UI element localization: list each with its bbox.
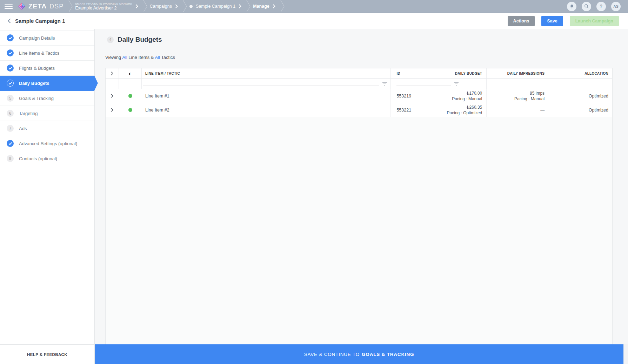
check-icon — [7, 140, 14, 147]
line-item-column-header[interactable]: LINE ITEM / TACTIC — [142, 68, 391, 78]
logo-dsp-text: DSP — [49, 3, 64, 10]
chevron-right-icon — [111, 94, 113, 98]
header-buttons: Actions Save Launch Campaign — [508, 16, 628, 26]
table-filter-row — [106, 79, 612, 89]
allocation-column-header[interactable]: ALLOCATION — [549, 68, 612, 78]
help-feedback-button[interactable]: HELP & FEEDBACK — [0, 344, 95, 364]
chevron-right-icon — [273, 4, 275, 8]
daily-impressions-cell[interactable]: 85 imps Pacing : Manual — [487, 89, 549, 103]
allocation-cell[interactable]: Optimized — [549, 103, 612, 117]
breadcrumb-separator-icon — [68, 0, 73, 13]
daily-budget-column-header[interactable]: DAILY BUDGET — [423, 68, 487, 78]
breadcrumb-separator-icon — [246, 0, 251, 13]
breadcrumb-campaigns[interactable]: Campaigns — [150, 4, 178, 9]
breadcrumb-campaign[interactable]: Sample Campaign 1 — [189, 4, 241, 9]
expand-row-button[interactable] — [106, 89, 119, 103]
breadcrumb-project-label: SMART PROJECTS (VARIABLE MARGIN) — [75, 2, 132, 6]
section-step-number: 4 — [107, 36, 114, 43]
id-column-header[interactable]: ID — [391, 68, 423, 78]
line-item-name[interactable]: Line Item #2 — [145, 108, 169, 113]
topbar-actions: ? AS — [567, 2, 628, 11]
logo-zeta-text: ZETA — [28, 2, 47, 10]
page-header: Sample Campaign 1 Actions Save Launch Ca… — [0, 13, 628, 29]
user-avatar[interactable]: AS — [611, 2, 621, 11]
sidebar-item-contacts[interactable]: 9 Contacts (optional) — [0, 151, 94, 166]
section-title: Daily Budgets — [118, 36, 162, 43]
sidebar-item-advanced-settings[interactable]: Advanced Settings (optional) — [0, 136, 94, 151]
sidebar-item-flights-budgets[interactable]: Flights & Budgets — [0, 61, 94, 76]
zeta-dsp-app: ZETA DSP SMART PROJECTS (VARIABLE MARGIN… — [0, 0, 628, 364]
expand-row-button[interactable] — [106, 103, 119, 117]
all-line-items-link[interactable]: All — [122, 55, 127, 60]
bell-icon — [569, 4, 574, 9]
sidebar-item-goals-tracking[interactable]: 5 Goals & Tracking — [0, 91, 94, 106]
all-tactics-link[interactable]: All — [155, 55, 160, 60]
step-number-badge: 9 — [7, 155, 14, 162]
daily-impressions-column-header[interactable]: DAILY IMPRESSIONS — [487, 68, 549, 78]
main-content: 4 Daily Budgets Viewing All Line Items &… — [95, 29, 628, 344]
sidebar-item-campaign-details[interactable]: Campaign Details — [0, 31, 94, 46]
contrast-circle-icon: ◐ — [128, 71, 132, 76]
daily-budget-value: ₺260.35 — [467, 105, 482, 110]
help-button[interactable]: ? — [596, 2, 606, 11]
back-button[interactable] — [8, 18, 11, 23]
chevron-right-icon — [111, 108, 113, 112]
daily-impressions-value: — — [540, 107, 545, 113]
save-button[interactable]: Save — [541, 16, 563, 26]
scrollbar-gutter[interactable] — [623, 344, 628, 364]
table-row: Line Item #1 553219 ₺170.00 Pacing : Man… — [106, 89, 612, 103]
line-item-id: 553221 — [396, 108, 411, 113]
status-dot — [128, 94, 132, 98]
impressions-pacing: Pacing : Manual — [514, 96, 545, 102]
step-sidebar: Campaign Details Line Items & Tactics Fl… — [0, 29, 95, 344]
sidebar-item-daily-budgets[interactable]: Daily Budgets — [0, 76, 94, 91]
budget-pacing: Pacing : Manual — [452, 96, 482, 102]
breadcrumb-advertiser[interactable]: SMART PROJECTS (VARIABLE MARGIN) Example… — [75, 2, 138, 11]
chevron-right-icon — [135, 4, 138, 8]
status-column-header[interactable]: ◐ — [119, 68, 142, 78]
line-item-name[interactable]: Line Item #1 — [145, 94, 169, 99]
breadcrumb-separator-icon — [280, 0, 285, 13]
filter-icon[interactable] — [382, 82, 387, 86]
search-button[interactable] — [582, 2, 591, 11]
allocation-cell[interactable]: Optimized — [549, 89, 612, 103]
actions-button[interactable]: Actions — [508, 16, 535, 26]
daily-budget-cell[interactable]: ₺260.35 Pacing : Optimized — [423, 103, 487, 117]
check-icon — [7, 80, 14, 87]
sidebar-item-ads[interactable]: 7 Ads — [0, 121, 94, 136]
budget-pacing: Pacing : Optimized — [447, 110, 482, 116]
expand-all-button[interactable] — [106, 68, 119, 78]
zeta-dsp-logo[interactable]: ZETA DSP — [18, 2, 64, 10]
chevron-right-icon — [175, 4, 178, 8]
status-dot-icon — [189, 5, 193, 8]
menu-icon[interactable] — [5, 4, 13, 9]
step-number-badge: 7 — [7, 125, 14, 132]
breadcrumb-separator-icon — [183, 0, 187, 13]
daily-budget-value: ₺170.00 — [467, 90, 482, 96]
table-row: Line Item #2 553221 ₺260.35 Pacing : Opt… — [106, 103, 612, 117]
step-number-badge: 6 — [7, 110, 14, 117]
daily-budgets-grid: ◐ LINE ITEM / TACTIC ID DAILY BUDGET DAI… — [105, 68, 613, 344]
breadcrumb-advertiser-label: Example Advertiser 2 — [75, 6, 132, 11]
zeta-diamond-icon — [18, 3, 25, 10]
step-list: Campaign Details Line Items & Tactics Fl… — [0, 30, 94, 166]
check-icon — [7, 49, 14, 56]
avatar-initials: AS — [613, 4, 619, 8]
sidebar-item-targeting[interactable]: 6 Targeting — [0, 106, 94, 121]
status-dot — [128, 108, 132, 112]
chevron-left-icon — [8, 18, 11, 23]
page-title: Sample Campaign 1 — [15, 18, 65, 24]
daily-impressions-cell[interactable]: — — [487, 103, 549, 117]
save-continue-button[interactable]: SAVE & CONTINUE TO GOALS & TRACKING — [95, 344, 623, 364]
daily-budget-cell[interactable]: ₺170.00 Pacing : Manual — [423, 89, 487, 103]
sidebar-item-line-items-tactics[interactable]: Line Items & Tactics — [0, 46, 94, 61]
line-item-id: 553219 — [396, 94, 411, 99]
viewing-filter-summary: Viewing All Line Items & All Tactics — [105, 55, 175, 60]
check-icon — [7, 65, 14, 72]
step-number-badge: 5 — [7, 95, 14, 102]
launch-campaign-button[interactable]: Launch Campaign — [570, 16, 619, 26]
line-item-filter-input[interactable] — [143, 80, 379, 86]
chevron-right-icon — [111, 72, 113, 75]
breadcrumb-manage[interactable]: Manage — [253, 4, 275, 9]
notifications-button[interactable] — [567, 2, 576, 11]
